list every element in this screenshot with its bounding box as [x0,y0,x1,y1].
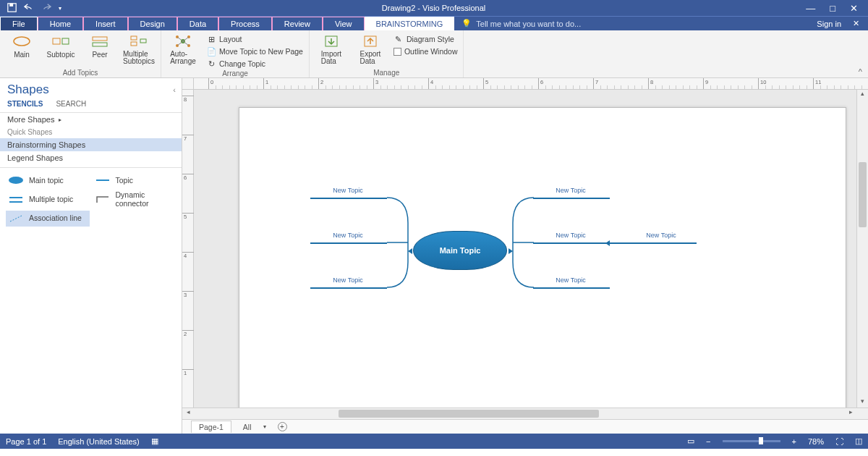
scroll-thumb[interactable] [859,162,867,227]
all-pages-button[interactable]: All [243,423,252,431]
undo-icon[interactable] [24,3,34,13]
connector[interactable] [310,198,387,199]
connector[interactable] [610,242,697,244]
brainstorming-shapes-row[interactable]: Brainstorming Shapes [0,138,182,151]
change-topic-button[interactable]: ↻Change Topic [205,58,305,69]
group-label: Manage [314,69,459,77]
shapes-title: Shapes [7,83,49,97]
collapse-shapes-icon[interactable]: ‹ [173,85,176,94]
tab-file[interactable]: File [0,17,38,30]
export-data-button[interactable]: Export Data [353,32,388,65]
auto-arrange-button[interactable]: Auto- Arrange [166,32,200,65]
multiple-subtopics-button[interactable]: Multiple Subtopics [122,32,156,65]
connector[interactable] [310,287,387,289]
main-topic-shape[interactable]: Main Topic [413,231,507,270]
pan-zoom-icon[interactable]: ◫ [855,436,862,446]
share-button[interactable]: ✕ [853,19,859,28]
main-topic-button[interactable]: Main [4,32,39,59]
connector-curve [386,197,414,290]
zoom-level[interactable]: 78% [808,437,824,446]
topic-shape[interactable]: New Topic [323,232,373,239]
macro-icon[interactable]: ▦ [151,436,158,446]
label: Outline Window [404,47,458,56]
chevron-down-icon[interactable]: ▾ [263,423,266,430]
zoom-thumb[interactable] [759,437,763,444]
topic-shape[interactable]: New Topic [323,187,373,194]
label: Peer [92,51,107,59]
scroll-up-icon[interactable]: ▴ [857,90,868,100]
diagram-style-button[interactable]: ✎Diagram Style [392,33,459,45]
svg-rect-6 [93,43,107,46]
add-page-button[interactable]: + [278,422,287,431]
presentation-mode-icon[interactable]: ▭ [687,436,694,446]
scrollbar-vertical[interactable]: ▴ ▾ [856,90,868,408]
tab-home[interactable]: Home [38,17,83,30]
stencil-main-topic[interactable]: Main topic [6,172,90,188]
zoom-in-button[interactable]: + [792,437,796,446]
page-tab-1[interactable]: Page-1 [191,421,231,433]
subtopic-button[interactable]: Subtopic [43,32,78,59]
zoom-out-button[interactable]: − [706,437,710,446]
tab-brainstorming[interactable]: BRAINSTORMING [365,17,455,30]
signin-link[interactable]: Sign in [817,20,841,28]
move-topic-button[interactable]: 📄Move Topic to New Page [205,46,305,57]
connector-curve [507,197,535,290]
layout-button[interactable]: ⊞Layout [205,33,305,45]
stencil-association-line[interactable]: Association line [6,211,90,227]
ruler-horizontal[interactable]: /*ticks placed inline below*/ 0123456789… [194,78,868,90]
label: Move Topic to New Page [219,47,303,56]
connector[interactable] [533,242,610,244]
topic-shape[interactable]: New Topic [545,276,596,284]
connector[interactable] [533,198,610,199]
redo-icon[interactable] [41,3,51,13]
fit-page-icon[interactable]: ⛶ [835,437,843,446]
more-shapes-row[interactable]: More Shapes▸ [0,113,182,126]
tab-review[interactable]: Review [272,17,323,30]
scroll-thumb[interactable] [339,410,599,418]
import-data-button[interactable]: Import Data [314,32,349,65]
stencil-topic[interactable]: Topic [93,172,176,188]
ruler-vertical[interactable]: 876543210 [182,90,194,408]
label: Auto- Arrange [170,51,196,65]
svg-rect-1 [9,3,13,6]
peer-button[interactable]: Peer [82,32,117,59]
drawing-page[interactable]: Main Topic New Topic New Topic New Topic… [239,107,846,408]
outline-window-check[interactable]: Outline Window [392,46,459,56]
quick-shapes-row[interactable]: Quick Shapes [0,126,182,138]
chevron-right-icon: ▸ [59,117,61,123]
tab-design[interactable]: Design [128,17,177,30]
tell-me[interactable]: 💡 Tell me what you want to do... [454,17,817,30]
close-button[interactable]: ✕ [850,3,858,14]
connector[interactable] [310,242,387,244]
stencil-dynamic-connector[interactable]: Dynamic connector [93,190,176,209]
scroll-right-icon[interactable]: ▸ [845,408,856,419]
drawing-canvas[interactable]: Main Topic New Topic New Topic New Topic… [194,90,856,408]
scrollbar-horizontal[interactable]: ◂ ▸ [182,408,868,419]
page-status: Page 1 of 1 [6,437,46,446]
tell-me-text: Tell me what you want to do... [476,20,581,28]
save-icon[interactable] [7,3,17,14]
legend-shapes-row[interactable]: Legend Shapes [0,151,182,164]
collapse-ribbon-icon[interactable]: ^ [859,67,862,76]
tab-stencils[interactable]: STENCILS [7,100,43,108]
svg-rect-7 [131,36,137,40]
topic-shape[interactable]: New Topic [636,232,686,239]
tab-view[interactable]: View [323,17,365,30]
topic-shape[interactable]: New Topic [323,276,373,284]
svg-rect-9 [140,39,146,43]
scroll-down-icon[interactable]: ▾ [857,397,868,408]
topic-shape[interactable]: New Topic [545,232,596,239]
tab-insert[interactable]: Insert [83,17,128,30]
stencil-multiple-topic[interactable]: Multiple topic [6,190,90,209]
minimize-button[interactable]: — [806,3,815,14]
scroll-left-icon[interactable]: ◂ [182,408,194,419]
zoom-slider[interactable] [723,440,780,442]
language-status[interactable]: English (United States) [58,437,140,446]
tab-data[interactable]: Data [177,17,218,30]
topic-shape[interactable]: New Topic [545,187,596,194]
tab-search[interactable]: SEARCH [56,100,86,108]
connector[interactable] [533,287,610,289]
layout-icon: ⊞ [206,34,216,44]
maximize-button[interactable]: □ [830,3,835,14]
tab-process[interactable]: Process [218,17,272,30]
